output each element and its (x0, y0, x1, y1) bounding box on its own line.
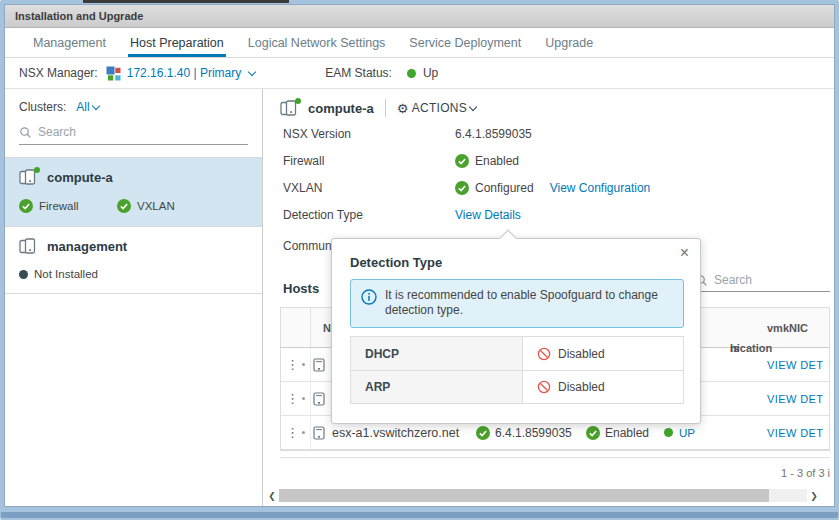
detection-row-dhcp: DHCP Disabled (351, 337, 683, 370)
close-icon[interactable]: × (680, 245, 689, 261)
popover-title: Detection Type (350, 255, 442, 270)
check-circle-icon (586, 426, 600, 440)
nsx-manager-selector[interactable]: 172.16.1.40 | Primary (127, 66, 256, 80)
detection-row-label: DHCP (351, 337, 523, 370)
tab-host-preparation[interactable]: Host Preparation (118, 28, 236, 57)
actions-dropdown[interactable]: ⚙ ACTIONS (397, 101, 476, 116)
info-alert-text: It is recommended to enable Spoofguard t… (385, 288, 671, 318)
hosts-search-input[interactable] (714, 273, 830, 287)
manager-bar: NSX Manager: 172.16.1.40 | Primary EAM S… (5, 58, 834, 89)
panel-cluster-name: compute-a (308, 101, 374, 116)
tab-service-deployment[interactable]: Service Deployment (397, 28, 533, 57)
header-name-fragment: N (323, 322, 331, 334)
channel-up-dot (664, 428, 673, 437)
eam-status-dot (407, 69, 416, 78)
tab-logical-network-settings[interactable]: Logical Network Settings (236, 28, 398, 57)
eam-status-label: EAM Status: (325, 66, 392, 80)
search-icon (19, 126, 32, 139)
check-circle-icon (117, 199, 131, 213)
check-circle-icon (19, 199, 33, 213)
tab-management[interactable]: Management (21, 28, 118, 57)
cluster-list: compute-a Firewall VXLAN (5, 157, 262, 294)
gear-icon: ⚙ (397, 101, 409, 116)
row-expander[interactable] (302, 397, 305, 400)
nsx-manager-label: NSX Manager: (19, 66, 98, 80)
hosts-section-label: Hosts (283, 281, 319, 296)
cluster-search-input[interactable] (38, 125, 248, 139)
row-menu-icon[interactable]: ⋮ (286, 357, 299, 372)
clusters-sidebar: Clusters: All (5, 89, 263, 507)
tab-bar: Management Host Preparation Logical Netw… (5, 28, 834, 58)
cluster-status-firewall: Firewall (39, 200, 79, 212)
scrollbar-thumb[interactable] (279, 489, 769, 502)
detection-row-value: Disabled (558, 347, 605, 361)
firewall-value: Enabled (475, 154, 519, 168)
host-nsx-installation: 6.4.1.8599035 (495, 426, 572, 440)
cluster-item-management[interactable]: management Not Installed (5, 227, 262, 294)
detail-label-nsx-version: NSX Version (283, 127, 455, 141)
eam-status-value: Up (423, 66, 438, 80)
header-vmknic: vmkNIC (767, 322, 808, 334)
tab-upgrade[interactable]: Upgrade (533, 28, 605, 57)
host-firewall: Enabled (605, 426, 649, 440)
detail-label-firewall: Firewall (283, 154, 455, 168)
pagination: 1 - 3 of 3 i (280, 457, 830, 479)
chevron-down-icon (248, 68, 256, 76)
window-frame: Installation and Upgrade Management Host… (0, 0, 839, 520)
view-details-link[interactable]: View Details (455, 208, 521, 222)
chevron-down-icon (469, 103, 477, 111)
view-details-row-link[interactable]: VIEW DET (767, 427, 823, 439)
detection-type-popover: × Detection Type It is recommended to en… (331, 238, 701, 424)
info-alert: It is recommended to enable Spoofguard t… (350, 279, 684, 328)
scrollbar-track[interactable] (279, 489, 807, 502)
not-installed-dot (19, 270, 28, 279)
chevron-down-icon (91, 102, 99, 110)
host-channel-status[interactable]: UP (679, 427, 695, 439)
host-name: esx-a1.vswitchzero.net (332, 426, 459, 440)
view-details-row-link[interactable]: VIEW DET (767, 359, 823, 371)
view-configuration-link[interactable]: View Configuration (550, 181, 651, 195)
detection-row-value: Disabled (558, 380, 605, 394)
cluster-item-compute-a[interactable]: compute-a Firewall VXLAN (5, 158, 262, 227)
detection-table: DHCP Disabled ARP Disabled (350, 336, 684, 404)
check-circle-icon (455, 181, 469, 195)
view-details-row-link[interactable]: VIEW DET (767, 393, 823, 405)
info-icon (361, 289, 377, 305)
cluster-name: compute-a (47, 170, 113, 185)
row-expander[interactable] (302, 431, 305, 434)
disabled-ban-icon (537, 347, 551, 361)
hosts-search (695, 273, 830, 292)
prepared-dot (34, 167, 40, 173)
host-icon (313, 426, 325, 440)
divider (385, 99, 386, 117)
nsx-version-value: 6.4.1.8599035 (455, 127, 532, 141)
check-circle-icon (476, 426, 490, 440)
vxlan-value: Configured (475, 181, 534, 195)
detail-label-vxlan: VXLAN (283, 181, 455, 195)
detection-row-arp: ARP Disabled (351, 370, 683, 403)
row-menu-icon[interactable]: ⋮ (286, 391, 299, 406)
clusters-label: Clusters: (19, 100, 66, 114)
horizontal-scrollbar[interactable]: ❮ ❯ (265, 488, 821, 503)
window-title: Installation and Upgrade (15, 10, 143, 22)
cluster-icon (19, 238, 39, 255)
detection-row-label: ARP (351, 371, 523, 403)
prepared-dot (295, 98, 301, 104)
top-dark-strip (83, 0, 289, 3)
scroll-right-arrow[interactable]: ❯ (807, 491, 821, 501)
cluster-search (19, 125, 248, 145)
clusters-filter-dropdown[interactable]: All (76, 100, 98, 114)
detail-label-detection-type: Detection Type (283, 208, 455, 222)
scroll-left-arrow[interactable]: ❮ (265, 491, 279, 501)
row-menu-icon[interactable]: ⋮ (286, 425, 299, 440)
cluster-name: management (47, 239, 127, 254)
row-expander[interactable] (302, 363, 305, 366)
nsx-manager-icon (106, 66, 121, 81)
host-icon (313, 358, 325, 372)
host-icon (313, 392, 325, 406)
disabled-ban-icon (537, 380, 551, 394)
check-circle-icon (455, 154, 469, 168)
titlebar: Installation and Upgrade (5, 5, 834, 28)
installation-upgrade-window: Installation and Upgrade Management Host… (4, 4, 835, 507)
cluster-status-vxlan: VXLAN (137, 200, 175, 212)
